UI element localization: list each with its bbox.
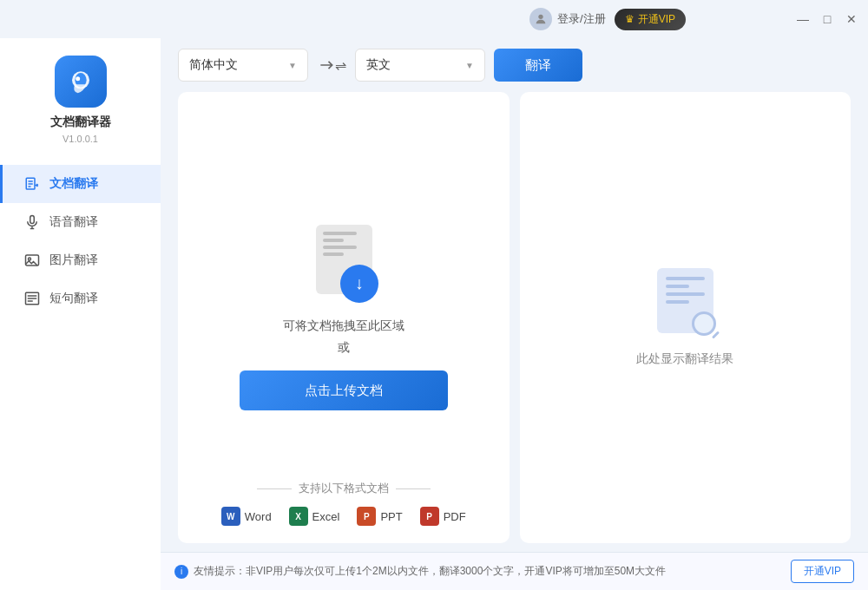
ppt-label: PPT <box>380 510 402 523</box>
bottom-bar: i 友情提示：非VIP用户每次仅可上传1个2M以内文件，翻译3000个文字，开通… <box>161 552 868 590</box>
source-lang-select[interactable]: 简体中文 ▼ <box>178 49 308 82</box>
minimize-button[interactable]: — <box>797 13 809 25</box>
excel-icon: X <box>289 507 308 526</box>
result-doc-icon <box>650 268 720 338</box>
bottom-vip-button[interactable]: 开通VIP <box>791 560 854 583</box>
target-lang-select[interactable]: 英文 ▼ <box>355 49 485 82</box>
app-container: 文档翻译器 V1.0.0.1 文档翻译 <box>0 38 868 590</box>
word-label: Word <box>245 510 272 523</box>
panels: ↓ 可将文档拖拽至此区域 或 点击上传文档 支持以下格式文档 W Word <box>161 92 868 543</box>
file-line-3 <box>323 246 357 249</box>
format-word: W Word <box>221 507 272 526</box>
formats-area: 支持以下格式文档 W Word X Excel P PPT <box>178 481 510 526</box>
sidebar-item-voice-translate[interactable]: 语音翻译 <box>0 203 161 241</box>
image-translate-icon <box>23 252 41 269</box>
user-avatar <box>529 8 552 30</box>
drag-hint-line1: 可将文档拖拽至此区域 <box>283 315 404 337</box>
app-logo <box>55 56 107 108</box>
titlebar: 登录/注册 ♛ 开通VIP — □ ✕ <box>0 0 868 38</box>
info-icon: i <box>174 565 188 579</box>
word-icon: W <box>221 507 240 526</box>
sidebar-item-image-label: 图片翻译 <box>49 252 98 268</box>
sidebar-nav: 文档翻译 语音翻译 <box>0 165 161 318</box>
user-login-label[interactable]: 登录/注册 <box>557 11 606 27</box>
svg-point-0 <box>538 15 542 19</box>
titlebar-left: 登录/注册 ♛ 开通VIP <box>0 8 686 30</box>
drag-hint-line2: 或 <box>283 337 404 358</box>
format-ppt: P PPT <box>357 507 402 526</box>
source-lang-arrow: ▼ <box>288 61 297 70</box>
result-line-4 <box>666 300 689 304</box>
doc-translate-icon <box>23 175 41 193</box>
main-content: 简体中文 ▼ ⇌ 英文 ▼ 翻译 <box>161 38 868 590</box>
sentence-translate-icon <box>23 290 41 307</box>
result-panel: 此处显示翻译结果 <box>520 92 852 543</box>
result-line-2 <box>666 285 689 288</box>
svg-point-12 <box>29 258 31 260</box>
maximize-button[interactable]: □ <box>821 13 833 25</box>
svg-point-3 <box>76 76 80 81</box>
bottom-tip: i 友情提示：非VIP用户每次仅可上传1个2M以内文件，翻译3000个文字，开通… <box>174 564 666 579</box>
file-line-1 <box>323 232 357 235</box>
format-excel: X Excel <box>289 507 340 526</box>
target-lang-label: 英文 <box>366 57 391 73</box>
result-area: 此处显示翻译结果 <box>636 268 733 367</box>
drag-hint: 可将文档拖拽至此区域 或 <box>283 315 404 358</box>
window-controls: — □ ✕ <box>797 13 858 25</box>
swap-languages-button[interactable]: ⇌ <box>317 50 346 80</box>
pdf-icon: P <box>420 507 439 526</box>
app-name: 文档翻译器 <box>50 115 111 130</box>
formats-title: 支持以下格式文档 <box>257 481 431 496</box>
source-lang-label: 简体中文 <box>189 57 238 73</box>
result-line-1 <box>666 277 705 280</box>
toolbar: 简体中文 ▼ ⇌ 英文 ▼ 翻译 <box>161 38 868 92</box>
upload-area: ↓ 可将文档拖拽至此区域 或 点击上传文档 <box>222 207 465 428</box>
sidebar-item-doc-translate[interactable]: 文档翻译 <box>0 165 161 203</box>
result-line-3 <box>666 292 705 296</box>
file-line-4 <box>323 252 345 256</box>
download-badge: ↓ <box>340 265 378 303</box>
sidebar-item-image-translate[interactable]: 图片翻译 <box>0 241 161 279</box>
sidebar-item-sentence-label: 短句翻译 <box>49 291 98 306</box>
target-lang-arrow: ▼ <box>465 61 474 70</box>
excel-label: Excel <box>312 510 340 523</box>
sidebar-item-sentence-translate[interactable]: 短句翻译 <box>0 279 161 318</box>
bottom-tip-text: 友情提示：非VIP用户每次仅可上传1个2M以内文件，翻译3000个文字，开通VI… <box>194 564 666 579</box>
file-icon: ↓ <box>309 225 378 303</box>
sidebar-item-doc-label: 文档翻译 <box>49 176 98 192</box>
vip-button[interactable]: ♛ 开通VIP <box>615 9 686 30</box>
upload-panel: ↓ 可将文档拖拽至此区域 或 点击上传文档 支持以下格式文档 W Word <box>178 92 510 543</box>
voice-translate-icon <box>23 213 41 231</box>
sidebar-item-voice-label: 语音翻译 <box>49 214 98 230</box>
user-section[interactable]: 登录/注册 <box>529 8 606 30</box>
result-placeholder: 此处显示翻译结果 <box>636 351 733 367</box>
format-pdf: P PDF <box>420 507 466 526</box>
sidebar: 文档翻译器 V1.0.0.1 文档翻译 <box>0 38 161 590</box>
vip-btn-label: 开通VIP <box>638 12 675 27</box>
ppt-icon: P <box>357 507 376 526</box>
close-button[interactable]: ✕ <box>845 13 858 25</box>
file-line-2 <box>323 239 345 242</box>
search-overlay-icon <box>692 311 716 336</box>
format-list: W Word X Excel P PPT P P <box>221 507 466 526</box>
pdf-label: PDF <box>444 510 466 523</box>
svg-rect-8 <box>30 216 35 224</box>
app-version: V1.0.0.1 <box>62 134 98 144</box>
crown-icon: ♛ <box>625 13 635 25</box>
upload-button[interactable]: 点击上传文档 <box>240 370 448 410</box>
translate-button[interactable]: 翻译 <box>494 49 582 82</box>
